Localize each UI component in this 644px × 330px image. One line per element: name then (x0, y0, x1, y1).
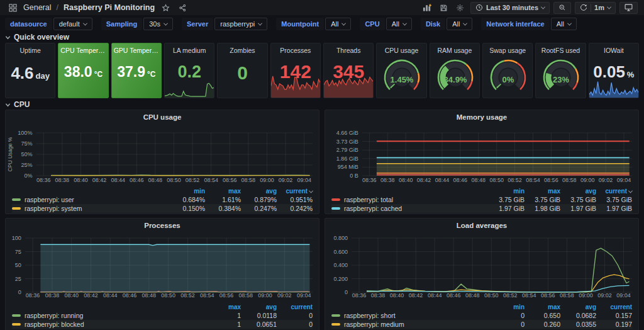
filter-value-dropdown[interactable]: default (53, 18, 92, 30)
legend-column-avg[interactable]: avg (560, 304, 596, 310)
svg-text:09:02: 09:02 (277, 292, 292, 299)
svg-text:08:48: 08:48 (465, 292, 480, 299)
apps-grid-icon[interactable] (6, 2, 19, 13)
svg-text:25%: 25% (21, 162, 32, 168)
svg-text:3.73 GiB: 3.73 GiB (336, 139, 358, 145)
row-header-cpu[interactable]: CPU (5, 100, 30, 109)
legend-column-min[interactable]: min (489, 304, 525, 310)
dashboard-title[interactable]: Raspberry Pi Monitoring (64, 3, 155, 12)
svg-text:08:42: 08:42 (84, 292, 98, 299)
chevron-down-icon (607, 4, 611, 9)
settings-gear-icon[interactable] (454, 2, 467, 13)
legend-column-max[interactable]: max (205, 304, 241, 310)
legend-column-avg[interactable]: avg (560, 188, 596, 195)
series-toggle[interactable]: raspberrypi: running (12, 312, 205, 319)
filter-value-dropdown[interactable]: All (386, 18, 412, 30)
legend-value: 0.0651 (241, 321, 277, 328)
legend-value: 0.242% (277, 205, 313, 212)
legend-column-avg[interactable]: avg (241, 188, 277, 195)
panel-title[interactable]: CPU usage (377, 47, 426, 54)
legend-column-current[interactable]: current (596, 304, 632, 310)
chevron-down-icon (341, 21, 346, 25)
series-toggle[interactable]: raspberrypi: cached (331, 205, 489, 212)
svg-text:09:04: 09:04 (617, 177, 631, 183)
legend-column-max[interactable]: max (205, 188, 241, 195)
filter-value-dropdown[interactable]: All (551, 18, 577, 30)
panel-title[interactable]: CPU Temperat… (58, 47, 108, 54)
legend-row: raspberrypi: total3.75 GiB3.75 GiB3.75 G… (331, 195, 632, 204)
series-toggle[interactable]: raspberrypi: blocked (12, 321, 205, 328)
filter-value-dropdown[interactable]: All (325, 18, 351, 30)
legend-column-max[interactable]: max (525, 304, 560, 310)
panel-title[interactable]: Processes (271, 47, 320, 54)
series-name: raspberrypi: total (344, 196, 393, 203)
stat-unit: day (36, 71, 50, 81)
filter-value-dropdown[interactable]: All (447, 18, 472, 30)
panel-title[interactable]: Memory usage (325, 113, 638, 121)
panel-title[interactable]: Threads (324, 47, 373, 54)
svg-text:08:58: 08:58 (560, 292, 574, 299)
legend-row: raspberrypi: running10.01180 (12, 311, 313, 320)
zoom-out-button[interactable] (553, 2, 571, 14)
share-icon[interactable] (176, 2, 189, 13)
series-toggle[interactable]: raspberrypi: total (331, 196, 489, 203)
svg-text:08:36: 08:36 (362, 177, 377, 183)
svg-text:08:56: 08:56 (544, 177, 558, 183)
filter-label: Network interface (481, 18, 549, 30)
stat-number: 0.05 (593, 62, 625, 81)
svg-text:08:46: 08:46 (123, 292, 137, 299)
star-icon[interactable] (159, 2, 172, 13)
plot: 08:3608:3808:4008:4208:4408:4608:4808:50… (325, 219, 638, 310)
panel-title[interactable]: RootFS used (536, 47, 585, 54)
stat-panel-gpu-temp: GPU Temperat…37.9°C (111, 43, 162, 98)
panel-title[interactable]: Processes (6, 222, 319, 229)
panel-title[interactable]: LA medium (165, 47, 214, 54)
panel-title[interactable]: RAM usage (430, 47, 479, 54)
row-header-quick-overview[interactable]: Quick overview (5, 33, 69, 42)
filter-value: 30s (149, 20, 160, 28)
filter-value-dropdown[interactable]: 30s (143, 18, 173, 30)
stats-row: Uptime4.6dayCPU Temperat…38.0°CGPU Tempe… (5, 43, 639, 98)
stat-value: 0 (237, 62, 248, 84)
panel-title[interactable]: Swap usage (483, 47, 532, 54)
svg-text:09:02: 09:02 (599, 177, 613, 183)
zoom-out-icon (558, 4, 566, 11)
svg-text:08:50: 08:50 (167, 177, 181, 183)
stat-unit: °C (94, 69, 103, 78)
filter-value-dropdown[interactable]: raspberrypi (214, 18, 267, 30)
legend-column-min[interactable]: min (489, 188, 525, 195)
legend-column-current[interactable]: current (277, 304, 313, 310)
series-toggle[interactable]: raspberrypi: medium (331, 321, 489, 328)
stat-panel-iowait: IOWait0.05% (589, 43, 639, 98)
legend-column-avg[interactable]: avg (241, 304, 277, 310)
legend-value: 0.260 (525, 321, 560, 328)
panel-title[interactable]: GPU Temperat… (112, 47, 161, 54)
legend-value: 0.879% (241, 196, 277, 203)
time-range-picker[interactable]: Last 30 minutes (470, 2, 550, 14)
series-name: raspberrypi: system (25, 205, 82, 212)
panel-title[interactable]: Uptime (6, 47, 55, 54)
panel-title[interactable]: IOWait (589, 47, 638, 54)
add-panel-icon[interactable] (421, 2, 434, 13)
filter-label: Sampling (101, 18, 143, 30)
svg-text:08:50: 08:50 (489, 177, 504, 183)
legend-column-max[interactable]: max (525, 188, 560, 195)
panel-title[interactable]: CPU usage (6, 113, 319, 121)
chevron-down-icon (5, 102, 11, 108)
panel-title[interactable]: Zombies (218, 47, 267, 54)
legend: minmaxavgcurrentraspberrypi: user0.684%1… (12, 187, 313, 214)
legend-column-min[interactable]: min (169, 188, 205, 195)
svg-text:08:58: 08:58 (242, 177, 256, 183)
kiosk-mode-button[interactable] (619, 2, 638, 14)
svg-text:08:58: 08:58 (239, 292, 253, 299)
breadcrumb-folder[interactable]: General (23, 3, 51, 12)
series-toggle[interactable]: raspberrypi: system (12, 205, 169, 212)
series-toggle[interactable]: raspberrypi: short (331, 312, 489, 319)
save-icon[interactable] (438, 2, 450, 13)
svg-text:75%: 75% (21, 140, 32, 147)
refresh-picker[interactable]: 1m (575, 2, 616, 14)
legend-column-current[interactable]: current (596, 188, 632, 195)
panel-title[interactable]: Load averages (325, 222, 638, 229)
series-toggle[interactable]: raspberrypi: user (12, 196, 169, 203)
legend-column-current[interactable]: current (277, 188, 313, 195)
